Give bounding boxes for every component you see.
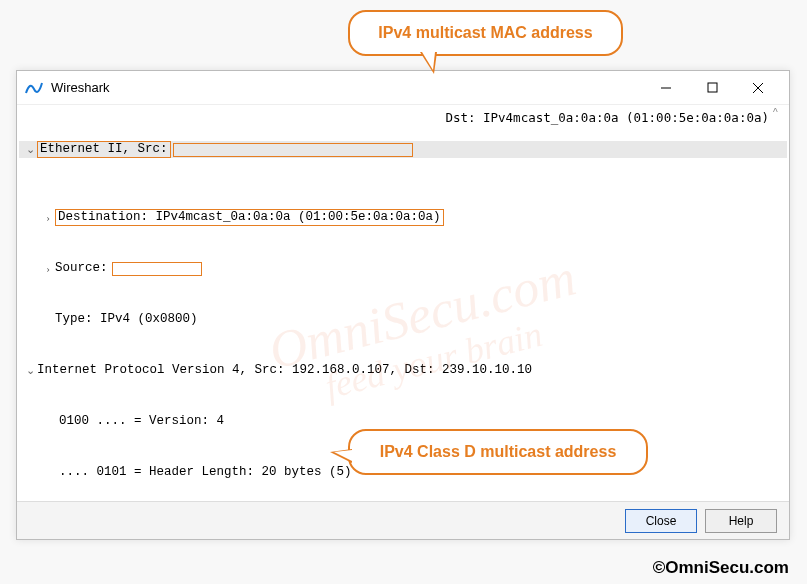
- ethernet-dst-right: Dst: IPv4mcast_0a:0a:0a (01:00:5e:0a:0a:…: [445, 109, 769, 126]
- ethernet-header-row[interactable]: ⌄Ethernet II, Src:: [19, 141, 787, 158]
- copyright-text: ©OmniSecu.com: [653, 558, 789, 578]
- ethernet-src-redacted: [173, 143, 413, 157]
- svg-rect-1: [708, 83, 717, 92]
- window-controls: [643, 73, 781, 103]
- ethernet-src-label: Ethernet II, Src:: [37, 141, 171, 158]
- ip-version-value: 0100 .... = Version: 4: [59, 413, 224, 430]
- ip-version-row[interactable]: 0100 .... = Version: 4: [19, 413, 787, 430]
- ethernet-type-row[interactable]: Type: IPv4 (0x0800): [19, 311, 787, 328]
- titlebar: Wireshark: [17, 71, 789, 105]
- expand-icon[interactable]: ›: [41, 209, 55, 226]
- window-title: Wireshark: [51, 80, 643, 95]
- close-window-button[interactable]: [735, 73, 781, 103]
- ethernet-source-redacted: [112, 262, 202, 276]
- callout-mac-address: IPv4 multicast MAC address: [348, 10, 623, 56]
- ip-header-text: Internet Protocol Version 4, Src: 192.16…: [37, 362, 532, 379]
- dialog-footer: Close Help: [17, 501, 789, 539]
- collapse-icon[interactable]: ⌄: [23, 141, 37, 158]
- ip-hlen-value: .... 0101 = Header Length: 20 bytes (5): [59, 464, 352, 481]
- ethernet-source-row[interactable]: ›Source:: [19, 260, 787, 277]
- expand-icon[interactable]: ›: [41, 260, 55, 277]
- callout-bottom-text: IPv4 Class D multicast address: [380, 443, 617, 461]
- collapse-icon[interactable]: ⌄: [23, 362, 37, 379]
- ethernet-destination-row[interactable]: ›Destination: IPv4mcast_0a:0a:0a (01:00:…: [19, 209, 787, 226]
- callout-top-text: IPv4 multicast MAC address: [378, 24, 592, 42]
- ethernet-destination-value: Destination: IPv4mcast_0a:0a:0a (01:00:5…: [55, 209, 444, 226]
- maximize-button[interactable]: [689, 73, 735, 103]
- callout-class-d-address: IPv4 Class D multicast address: [348, 429, 648, 475]
- ip-header-row[interactable]: ⌄Internet Protocol Version 4, Src: 192.1…: [19, 362, 787, 379]
- minimize-button[interactable]: [643, 73, 689, 103]
- close-button[interactable]: Close: [625, 509, 697, 533]
- ethernet-source-label: Source:: [55, 260, 108, 277]
- ethernet-type-value: Type: IPv4 (0x0800): [55, 311, 198, 328]
- wireshark-icon: [25, 79, 43, 97]
- help-button[interactable]: Help: [705, 509, 777, 533]
